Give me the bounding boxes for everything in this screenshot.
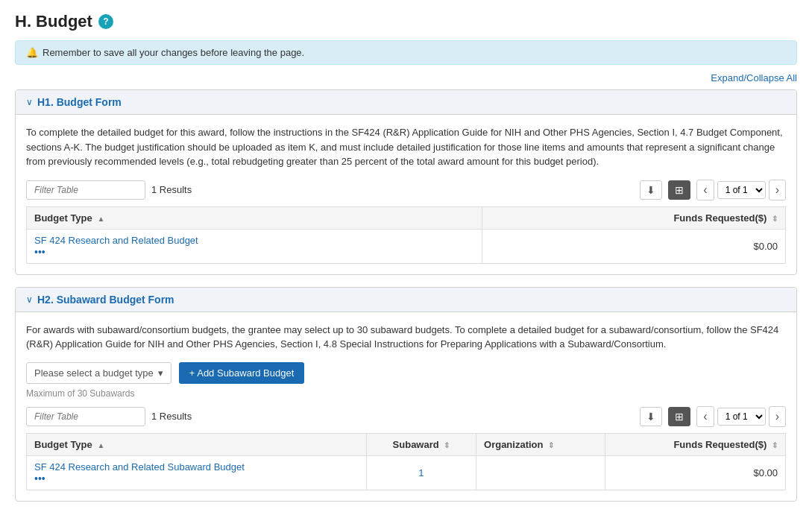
h1-download-btn[interactable] xyxy=(640,180,662,200)
h1-row1-ellipsis[interactable]: ••• xyxy=(34,246,45,258)
h2-sort-org-icon xyxy=(548,441,554,449)
h2-prev-icon xyxy=(703,410,707,423)
h2-row1-funds: $0.00 xyxy=(605,455,786,490)
h1-next-icon xyxy=(775,183,779,197)
section-h2-body: For awards with subaward/consortium budg… xyxy=(16,312,796,501)
h2-next-btn[interactable] xyxy=(769,406,786,427)
budget-type-dropdown-label: Please select a budget type xyxy=(34,367,154,379)
section-h2-title: H2. Subaward Budget Form xyxy=(37,294,174,306)
h2-row1-ellipsis[interactable]: ••• xyxy=(34,473,45,484)
budget-type-dropdown[interactable]: Please select a budget type xyxy=(26,362,171,384)
section-h1-header: ∨ H1. Budget Form xyxy=(16,90,796,115)
h2-download-btn[interactable] xyxy=(640,407,662,426)
h1-filter-input[interactable] xyxy=(26,180,145,200)
h2-sort-budget-type-icon: ▲ xyxy=(97,441,104,449)
h2-row1-subaward: 1 xyxy=(366,455,476,490)
table-row: SF 424 Research and Related Budget ••• $… xyxy=(27,229,786,263)
h1-results-count: 1 Results xyxy=(151,184,192,195)
h1-prev-btn[interactable] xyxy=(696,180,714,200)
section-h2-card: ∨ H2. Subaward Budget Form For awards wi… xyxy=(15,287,797,502)
h1-table: Budget Type ▲ Funds Requested($) SF 424 … xyxy=(26,206,786,264)
h2-table: Budget Type ▲ Subaward Organization xyxy=(26,433,786,490)
h1-pagination: 1 of 1 xyxy=(696,180,786,200)
section-h1-title: H1. Budget Form xyxy=(37,96,122,108)
bell-icon xyxy=(26,47,38,58)
h1-row1-budget-type: SF 424 Research and Related Budget ••• xyxy=(27,229,482,263)
alert-banner: Remember to save all your changes before… xyxy=(15,40,797,65)
h2-next-icon xyxy=(775,410,779,423)
h2-col-budget-type[interactable]: Budget Type ▲ xyxy=(27,433,367,455)
h1-page-select[interactable]: 1 of 1 xyxy=(717,181,766,199)
h1-prev-icon xyxy=(703,183,707,197)
h1-next-btn[interactable] xyxy=(769,180,786,200)
h2-results-count: 1 Results xyxy=(151,411,192,422)
h2-sort-funds-icon xyxy=(772,441,778,449)
h1-grid-btn[interactable] xyxy=(668,180,690,200)
h2-col-organization[interactable]: Organization xyxy=(476,433,605,455)
h2-filter-input[interactable] xyxy=(26,407,145,426)
h2-download-icon xyxy=(646,411,655,423)
h2-sort-subaward-icon xyxy=(444,441,450,449)
h2-col-funds[interactable]: Funds Requested($) xyxy=(605,433,786,455)
h2-prev-btn[interactable] xyxy=(696,406,714,427)
h2-row1-organization xyxy=(476,455,605,490)
section-h2-description: For awards with subaward/consortium budg… xyxy=(26,323,786,352)
h1-chevron-icon[interactable]: ∨ xyxy=(26,97,33,107)
h2-row1-subaward-link[interactable]: 1 xyxy=(418,467,424,478)
h1-download-icon xyxy=(646,184,655,196)
h2-row1-budget-type: SF 424 Research and Related Subaward Bud… xyxy=(27,455,367,490)
h2-page-select[interactable]: 1 of 1 xyxy=(717,408,766,426)
h1-table-toolbar: 1 Results 1 of 1 xyxy=(26,180,786,200)
h1-grid-icon xyxy=(675,184,684,196)
h1-col-funds[interactable]: Funds Requested($) xyxy=(482,206,785,229)
help-icon[interactable]: ? xyxy=(98,14,113,29)
h2-grid-btn[interactable] xyxy=(668,407,690,426)
h2-chevron-icon[interactable]: ∨ xyxy=(26,294,33,305)
h2-grid-icon xyxy=(675,411,684,423)
alert-text: Remember to save all your changes before… xyxy=(43,47,304,58)
add-subaward-button[interactable]: + Add Subaward Budget xyxy=(179,362,305,384)
budget-type-selector-row: Please select a budget type + Add Subawa… xyxy=(26,362,786,384)
h1-sort-funds-icon xyxy=(772,215,778,223)
h1-row1-funds: $0.00 xyxy=(482,229,785,263)
section-h1-card: ∨ H1. Budget Form To complete the detail… xyxy=(15,89,797,275)
table-row: SF 424 Research and Related Subaward Bud… xyxy=(27,455,786,490)
h2-pagination: 1 of 1 xyxy=(696,406,786,427)
h2-row1-budget-link[interactable]: SF 424 Research and Related Subaward Bud… xyxy=(34,461,245,473)
section-h1-body: To complete the detailed budget for this… xyxy=(16,115,796,274)
h2-col-subaward[interactable]: Subaward xyxy=(366,433,476,455)
section-h1-description: To complete the detailed budget for this… xyxy=(26,125,786,169)
h1-row1-budget-link[interactable]: SF 424 Research and Related Budget xyxy=(34,235,198,246)
expand-collapse-link[interactable]: Expand/Collapse All xyxy=(711,72,797,83)
h1-col-budget-type[interactable]: Budget Type ▲ xyxy=(27,206,482,229)
dropdown-chevron-icon xyxy=(158,367,163,379)
section-h2-header: ∨ H2. Subaward Budget Form xyxy=(16,288,796,312)
page-title: H. Budget xyxy=(15,12,92,31)
h1-sort-budget-type-icon: ▲ xyxy=(97,215,104,223)
h2-table-toolbar: 1 Results 1 of 1 xyxy=(26,406,786,427)
max-subawards-note: Maximum of 30 Subawards xyxy=(26,388,786,399)
